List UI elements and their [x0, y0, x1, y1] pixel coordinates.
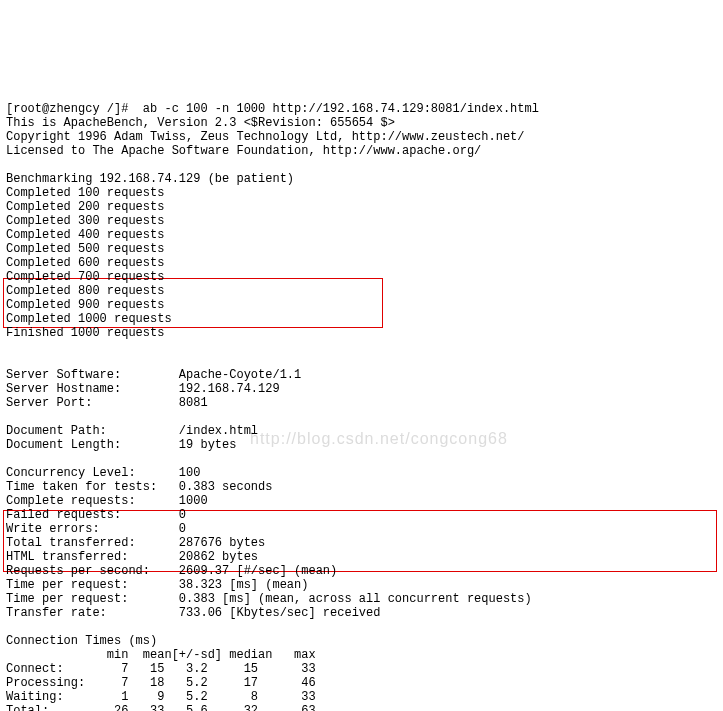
header-line: Copyright 1996 Adam Twiss, Zeus Technolo…	[6, 130, 524, 144]
progress-line: Completed 700 requests	[6, 270, 164, 284]
terminal-output: [root@zhengcy /]# ab -c 100 -n 1000 http…	[6, 88, 717, 711]
time-taken: Time taken for tests: 0.383 seconds	[6, 480, 272, 494]
document-path: Document Path: /index.html	[6, 424, 258, 438]
server-software: Server Software: Apache-Coyote/1.1	[6, 368, 301, 382]
concurrency-level: Concurrency Level: 100	[6, 466, 200, 480]
transfer-rate: Transfer rate: 733.06 [Kbytes/sec] recei…	[6, 606, 380, 620]
progress-line: Completed 600 requests	[6, 256, 164, 270]
server-port: Server Port: 8081	[6, 396, 208, 410]
total-transferred: Total transferred: 287676 bytes	[6, 536, 265, 550]
header-line: This is ApacheBench, Version 2.3 <$Revis…	[6, 116, 395, 130]
complete-requests: Complete requests: 1000	[6, 494, 208, 508]
progress-line: Completed 400 requests	[6, 228, 164, 242]
header-line: Licensed to The Apache Software Foundati…	[6, 144, 481, 158]
time-per-request-mean: Time per request: 38.323 [ms] (mean)	[6, 578, 308, 592]
server-hostname: Server Hostname: 192.168.74.129	[6, 382, 280, 396]
progress-line: Completed 800 requests	[6, 284, 164, 298]
command-line: [root@zhengcy /]# ab -c 100 -n 1000 http…	[6, 102, 539, 116]
progress-line: Completed 900 requests	[6, 298, 164, 312]
processing-row: Processing: 7 18 5.2 17 46	[6, 676, 316, 690]
progress-line: Completed 200 requests	[6, 200, 164, 214]
time-per-request-all: Time per request: 0.383 [ms] (mean, acro…	[6, 592, 532, 606]
connection-times-header: min mean[+/-sd] median max	[6, 648, 316, 662]
finished-line: Finished 1000 requests	[6, 326, 164, 340]
progress-line: Completed 300 requests	[6, 214, 164, 228]
total-row: Total: 26 33 5.6 32 63	[6, 704, 316, 711]
connect-row: Connect: 7 15 3.2 15 33	[6, 662, 316, 676]
progress-line: Completed 100 requests	[6, 186, 164, 200]
benchmark-line: Benchmarking 192.168.74.129 (be patient)	[6, 172, 294, 186]
html-transferred: HTML transferred: 20862 bytes	[6, 550, 258, 564]
requests-per-second: Requests per second: 2609.37 [#/sec] (me…	[6, 564, 337, 578]
connection-times-title: Connection Times (ms)	[6, 634, 157, 648]
progress-line: Completed 500 requests	[6, 242, 164, 256]
document-length: Document Length: 19 bytes	[6, 438, 236, 452]
failed-requests: Failed requests: 0	[6, 508, 186, 522]
write-errors: Write errors: 0	[6, 522, 186, 536]
progress-line: Completed 1000 requests	[6, 312, 172, 326]
waiting-row: Waiting: 1 9 5.2 8 33	[6, 690, 316, 704]
